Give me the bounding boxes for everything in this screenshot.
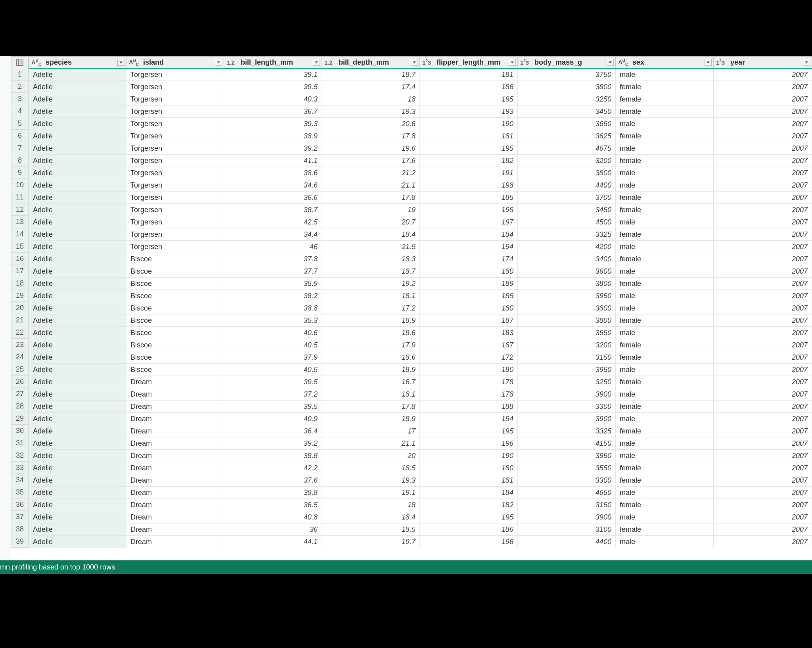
- cell[interactable]: 197: [419, 216, 517, 228]
- table-row[interactable]: AdelieDream42.218.51803550female2007: [29, 462, 812, 474]
- cell[interactable]: Adelie: [29, 265, 126, 278]
- cell[interactable]: 40.3: [224, 93, 322, 105]
- table-row[interactable]: AdelieBiscoe38.218.11853950male2007: [29, 290, 812, 302]
- cell[interactable]: 37.6: [224, 474, 322, 487]
- cell[interactable]: female: [615, 192, 713, 204]
- cell[interactable]: 36: [224, 523, 322, 536]
- table-row[interactable]: AdelieTorgersen34.621.11984400male2007: [29, 179, 812, 192]
- cell[interactable]: 180: [419, 364, 517, 376]
- cell[interactable]: 3625: [517, 130, 615, 142]
- cell[interactable]: 2007: [713, 253, 812, 265]
- cell[interactable]: 46: [224, 241, 322, 253]
- cell[interactable]: Adelie: [29, 204, 126, 216]
- row-number[interactable]: 20: [11, 302, 29, 314]
- cell[interactable]: 18: [322, 93, 419, 105]
- cell[interactable]: Torgersen: [126, 228, 224, 241]
- cell[interactable]: 4400: [517, 179, 615, 192]
- cell[interactable]: 16.7: [322, 376, 419, 388]
- cell[interactable]: male: [615, 69, 713, 81]
- table-row[interactable]: AdelieBiscoe40.618.61833550male2007: [29, 327, 812, 339]
- cell[interactable]: Dream: [126, 437, 224, 450]
- cell[interactable]: female: [615, 105, 713, 118]
- cell[interactable]: 39.3: [224, 118, 322, 130]
- table-row[interactable]: AdelieDream38.8201903950male2007: [29, 450, 812, 462]
- cell[interactable]: Biscoe: [126, 265, 224, 278]
- cell[interactable]: 180: [419, 302, 517, 314]
- cell[interactable]: Adelie: [29, 462, 126, 474]
- cell[interactable]: 195: [419, 204, 517, 216]
- cell[interactable]: 18.4: [322, 228, 419, 241]
- cell[interactable]: 2007: [713, 130, 812, 142]
- row-number[interactable]: 2: [11, 81, 29, 93]
- cell[interactable]: Torgersen: [126, 130, 224, 142]
- cell[interactable]: 2007: [713, 388, 812, 401]
- cell[interactable]: 2007: [713, 376, 812, 388]
- cell[interactable]: 21.5: [322, 241, 419, 253]
- cell[interactable]: Dream: [126, 474, 224, 487]
- row-number[interactable]: 18: [11, 277, 29, 289]
- cell[interactable]: Dream: [126, 401, 224, 413]
- cell[interactable]: 2007: [713, 105, 812, 118]
- table-row[interactable]: AdelieDream37.218.11783900male2007: [29, 388, 812, 401]
- cell[interactable]: 3325: [517, 228, 615, 241]
- cell[interactable]: female: [615, 339, 713, 351]
- cell[interactable]: 17.6: [322, 155, 419, 167]
- cell[interactable]: 39.2: [224, 142, 322, 155]
- cell[interactable]: 17.9: [322, 339, 419, 351]
- cell[interactable]: 2007: [713, 339, 812, 351]
- cell[interactable]: female: [615, 523, 713, 536]
- row-number[interactable]: 28: [11, 400, 29, 412]
- row-number[interactable]: 25: [11, 363, 29, 376]
- cell[interactable]: 2007: [713, 437, 812, 450]
- cell[interactable]: 2007: [713, 142, 812, 155]
- column-header-year[interactable]: 123year: [713, 57, 812, 69]
- cell[interactable]: male: [615, 216, 713, 228]
- cell[interactable]: Adelie: [29, 364, 126, 376]
- table-row[interactable]: AdelieBiscoe37.818.31743400female2007: [29, 253, 812, 265]
- cell[interactable]: 18.1: [322, 388, 419, 401]
- cell[interactable]: 18.7: [322, 265, 419, 278]
- cell[interactable]: Adelie: [29, 130, 126, 142]
- column-filter-button[interactable]: [117, 59, 124, 66]
- table-row[interactable]: AdelieTorgersen36.617.81853700female2007: [29, 192, 812, 204]
- cell[interactable]: 38.2: [224, 290, 322, 302]
- cell[interactable]: Adelie: [29, 351, 126, 364]
- cell[interactable]: Adelie: [29, 179, 126, 192]
- cell[interactable]: 181: [419, 130, 517, 142]
- cell[interactable]: Adelie: [29, 450, 126, 462]
- cell[interactable]: Dream: [126, 450, 224, 462]
- cell[interactable]: 2007: [713, 290, 812, 302]
- cell[interactable]: 38.7: [224, 204, 322, 216]
- cell[interactable]: female: [615, 376, 713, 388]
- cell[interactable]: 195: [419, 93, 517, 105]
- cell[interactable]: 2007: [713, 511, 812, 523]
- cell[interactable]: Adelie: [29, 487, 126, 499]
- cell[interactable]: 184: [419, 487, 517, 499]
- cell[interactable]: 4650: [517, 487, 615, 499]
- cell[interactable]: Dream: [126, 413, 224, 425]
- cell[interactable]: 37.9: [224, 351, 322, 364]
- cell[interactable]: 19: [322, 204, 419, 216]
- cell[interactable]: 189: [419, 278, 517, 290]
- cell[interactable]: Torgersen: [126, 118, 224, 130]
- cell[interactable]: 2007: [713, 327, 812, 339]
- cell[interactable]: 2007: [713, 401, 812, 413]
- cell[interactable]: 2007: [713, 93, 812, 105]
- row-number[interactable]: 6: [11, 130, 29, 142]
- cell[interactable]: 3450: [517, 204, 615, 216]
- cell[interactable]: 2007: [713, 228, 812, 241]
- cell[interactable]: 40.5: [224, 364, 322, 376]
- cell[interactable]: 180: [419, 265, 517, 278]
- cell[interactable]: male: [615, 536, 713, 548]
- cell[interactable]: male: [615, 413, 713, 425]
- cell[interactable]: male: [615, 437, 713, 450]
- cell[interactable]: 183: [419, 327, 517, 339]
- row-number[interactable]: 39: [11, 535, 29, 548]
- cell[interactable]: 3250: [517, 376, 615, 388]
- cell[interactable]: Adelie: [29, 425, 126, 437]
- row-number[interactable]: 32: [11, 449, 29, 462]
- row-number[interactable]: 10: [11, 179, 29, 191]
- cell[interactable]: 38.9: [224, 130, 322, 142]
- cell[interactable]: Biscoe: [126, 278, 224, 290]
- row-number[interactable]: 33: [11, 462, 29, 474]
